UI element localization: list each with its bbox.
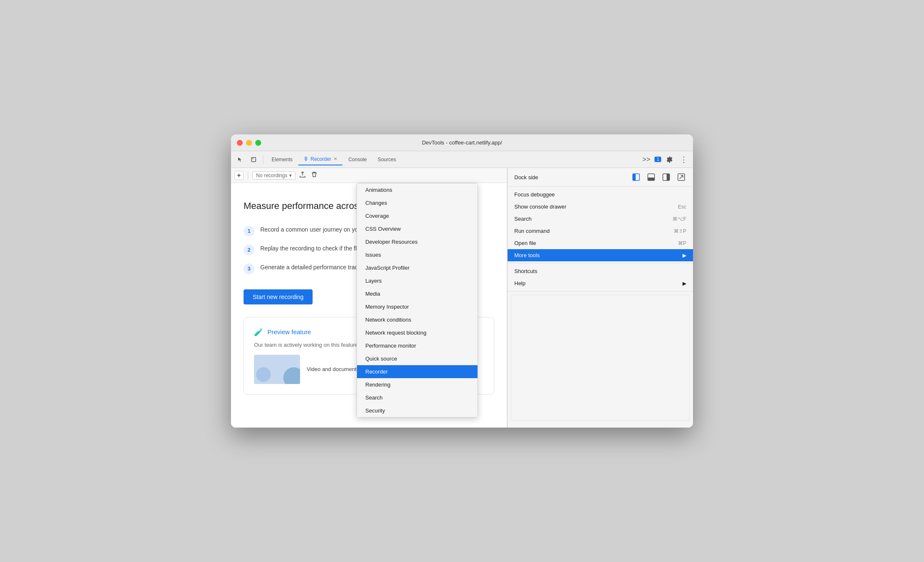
menu-more-tools[interactable]: More tools ▶ [508,249,693,261]
menu-shortcuts[interactable]: Shortcuts [508,265,693,277]
settings-btn[interactable] [664,154,675,165]
more-tools-arrow-icon: ▶ [683,253,686,258]
tab-elements-label: Elements [272,157,293,162]
more-tools-item-memory-inspector[interactable]: Memory Inspector [357,300,477,313]
gear-icon [666,156,673,163]
more-tools-item-issues[interactable]: Issues [357,248,477,261]
more-tools-item-network-conditions[interactable]: Network conditions [357,313,477,326]
chevron-down-icon: ▾ [289,173,292,178]
dock-side-label: Dock side [514,174,538,180]
export-icon [299,171,306,178]
start-recording-btn[interactable]: Start new recording [244,289,313,304]
toolbar-right: >> 1 ⋮ [640,154,690,165]
delete-btn[interactable] [310,171,319,180]
trash-icon [311,171,318,178]
menu-run-command[interactable]: Run command ⌘⇧P [508,225,693,237]
export-btn[interactable] [298,171,307,180]
menu-section-2: Shortcuts Help ▶ [508,263,693,291]
toolbar-divider [263,155,263,164]
more-options-btn[interactable]: ⋮ [678,154,690,165]
more-tools-item-network-request-blocking[interactable]: Network request blocking [357,326,477,339]
svg-rect-0 [252,157,256,162]
thumbnail-circle-large [283,367,300,384]
tab-console-label: Console [348,157,367,162]
vertical-dots-icon: ⋮ [680,155,688,164]
recorder-toolbar: + No recordings ▾ [231,168,507,183]
main-area: + No recordings ▾ [231,168,693,428]
more-tools-menu[interactable]: AnimationsChangesCoverageCSS OverviewDev… [357,183,478,418]
svg-rect-1 [252,158,253,159]
tab-bar: Elements 🎙 Recorder ✕ Console Sources [267,153,639,165]
preview-flask-icon: 🧪 [254,327,263,337]
menu-search[interactable]: Search ⌘⌥F [508,213,693,225]
preview-thumbnail [254,355,300,384]
more-tools-item-javascript-profiler[interactable]: JavaScript Profiler [357,261,477,274]
tab-recorder[interactable]: 🎙 Recorder ✕ [298,153,342,165]
dock-bottom-btn[interactable] [646,172,656,182]
more-tools-item-recorder[interactable]: Recorder [357,365,477,378]
inspect-icon-btn[interactable] [248,154,259,165]
devtools-toolbar: Elements 🎙 Recorder ✕ Console Sources >>… [231,151,693,168]
window-title: DevTools - coffee-cart.netlify.app/ [422,139,502,146]
dock-bottom-icon [647,173,655,181]
more-tools-item-animations[interactable]: Animations [357,183,477,196]
right-panel-scroll-area [511,295,690,420]
minimize-traffic-light[interactable] [246,140,252,146]
more-tools-item-sensors[interactable]: Sensors [357,417,477,418]
tab-sources-label: Sources [377,157,396,162]
thumbnail-circle-small [256,367,271,382]
tab-recorder-label: Recorder [311,156,331,162]
tab-console[interactable]: Console [343,154,372,165]
right-panel: Dock side [507,168,693,428]
recorder-tab-icon: 🎙 [303,156,309,162]
dock-left-icon [632,173,640,181]
menu-section-1: Focus debuggee Show console drawer Esc S… [508,187,693,263]
inspect-icon [251,157,257,162]
title-bar: DevTools - coffee-cart.netlify.app/ [231,134,693,151]
step-number-2: 2 [244,245,254,255]
add-recording-btn[interactable]: + [234,171,244,180]
more-tools-item-layers[interactable]: Layers [357,274,477,287]
close-traffic-light[interactable] [237,140,243,146]
overflow-tabs-btn[interactable]: >> [640,154,652,165]
recording-select[interactable]: No recordings ▾ [252,171,295,180]
tab-elements[interactable]: Elements [267,154,298,165]
dock-right-icon [662,173,670,181]
more-tools-item-developer-resources[interactable]: Developer Resources [357,235,477,248]
more-tools-item-media[interactable]: Media [357,287,477,300]
undock-btn[interactable] [676,172,686,182]
menu-show-console-drawer[interactable]: Show console drawer Esc [508,201,693,213]
step-number-3: 3 [244,263,254,274]
more-tools-item-quick-source[interactable]: Quick source [357,352,477,365]
svg-rect-7 [667,174,670,180]
menu-open-file[interactable]: Open file ⌘P [508,237,693,249]
dock-side-row: Dock side [508,168,693,187]
menu-help[interactable]: Help ▶ [508,277,693,289]
undock-icon [678,173,685,181]
browser-window: DevTools - coffee-cart.netlify.app/ Elem… [231,134,693,428]
step-number-1: 1 [244,226,254,237]
more-tools-item-security[interactable]: Security [357,404,477,417]
more-tools-item-rendering[interactable]: Rendering [357,378,477,391]
traffic-lights [237,140,261,146]
preview-title: Preview feature [267,328,311,335]
svg-rect-5 [648,178,654,180]
cursor-icon [237,157,243,162]
more-tools-item-coverage[interactable]: Coverage [357,209,477,222]
more-tools-item-performance-monitor[interactable]: Performance monitor [357,339,477,352]
issues-badge[interactable]: 1 [654,157,661,162]
more-tools-item-changes[interactable]: Changes [357,196,477,209]
cursor-icon-btn[interactable] [234,154,246,165]
recorder-divider [248,171,248,180]
dock-right-btn[interactable] [661,172,671,182]
svg-rect-3 [633,174,636,180]
dock-left-btn[interactable] [631,172,641,182]
tab-sources[interactable]: Sources [372,154,401,165]
right-panel-content: Dock side [508,168,693,428]
tab-recorder-close[interactable]: ✕ [334,156,337,162]
help-arrow-icon: ▶ [683,281,686,286]
more-tools-item-css-overview[interactable]: CSS Overview [357,222,477,235]
menu-focus-debuggee[interactable]: Focus debuggee [508,188,693,201]
maximize-traffic-light[interactable] [255,140,261,146]
more-tools-item-search[interactable]: Search [357,391,477,404]
